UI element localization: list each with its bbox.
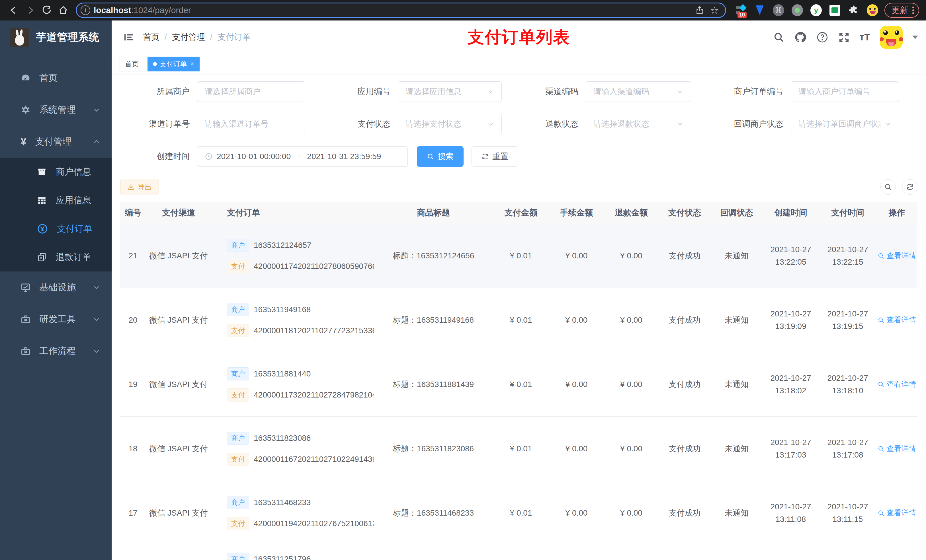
refund-status-filter-select[interactable]: 请选择退款状态 <box>586 114 691 134</box>
back-icon[interactable] <box>7 3 21 17</box>
create-time-range-input[interactable]: 2021-10-01 00:00:00 - 2021-10-31 23:59:5… <box>197 146 408 167</box>
refresh-button[interactable] <box>902 179 917 195</box>
yen-circle-icon <box>37 223 48 234</box>
merchant-tag: 商户 <box>227 239 249 252</box>
toolbox-icon <box>21 314 31 325</box>
merchant-order-filter-label: 商户订单编号 <box>722 86 791 97</box>
table-row[interactable]: 17 微信 JSAPI 支付 商户1635311468233 支付4200001… <box>120 481 917 545</box>
pay-tag: 支付 <box>227 324 249 337</box>
channel-order-filter-input[interactable] <box>197 114 305 134</box>
channel-code-filter-label: 渠道编码 <box>537 86 586 97</box>
sidebar-toggle-icon[interactable] <box>120 32 138 43</box>
share-icon[interactable] <box>694 6 705 15</box>
sidebar-item-merchant-info[interactable]: 商户信息 <box>0 158 112 186</box>
fullscreen-icon[interactable] <box>838 31 850 43</box>
avatar[interactable] <box>880 26 903 49</box>
export-button[interactable]: 导出 <box>120 179 159 195</box>
url-text[interactable]: localhost:1024/pay/order <box>94 5 690 15</box>
forward-icon[interactable] <box>23 3 37 17</box>
table-row[interactable]: 19 微信 JSAPI 支付 商户1635311881440 支付4200001… <box>120 352 917 417</box>
sidebar-item-refund-order[interactable]: 退款订单 <box>0 243 112 272</box>
extension-icon[interactable]: 10 <box>735 5 747 16</box>
breadcrumb: 首页 / 支付管理 / 支付订单 <box>143 32 251 43</box>
view-details-link[interactable]: 查看详情 <box>876 315 917 325</box>
address-bar[interactable]: i localhost:1024/pay/order ☆ <box>76 3 726 18</box>
channel-code-filter-select[interactable]: 请输入渠道编码 <box>586 82 691 102</box>
browser-update-button[interactable]: 更新 <box>884 3 919 18</box>
app-filter-select[interactable]: 请选择应用信息 <box>398 82 502 102</box>
view-details-link[interactable]: 查看详情 <box>876 379 917 389</box>
home-icon[interactable] <box>56 3 70 17</box>
sidebar-item-pay-order[interactable]: 支付订单 <box>0 214 112 243</box>
time-start-value: 2021-10-01 00:00:00 <box>217 152 291 161</box>
sidebar-item-workflow[interactable]: 工作流程 <box>0 335 112 367</box>
chevron-down-icon <box>93 284 100 291</box>
grid-icon <box>37 195 47 205</box>
page-content: 所属商户 应用编号 请选择应用信息 渠道编码 请输入渠道编码 <box>112 74 926 560</box>
merchant-order-filter-input[interactable] <box>791 82 899 102</box>
bookmark-star-icon[interactable]: ☆ <box>709 5 720 16</box>
view-details-link[interactable]: 查看详情 <box>876 251 917 261</box>
breadcrumb-home[interactable]: 首页 <box>143 32 159 43</box>
hide-search-button[interactable] <box>881 179 896 195</box>
merchant-input[interactable] <box>205 87 298 96</box>
chevron-down-icon <box>487 121 494 127</box>
view-details-link[interactable]: 查看详情 <box>876 444 917 454</box>
tab-pay-order[interactable]: 支付订单 × <box>147 57 200 71</box>
sidebar-item-home[interactable]: 首页 <box>0 62 112 94</box>
search-button[interactable]: 搜索 <box>417 146 464 167</box>
sidebar-item-dev-tools[interactable]: 研发工具 <box>0 303 112 335</box>
sidebar-item-infra[interactable]: 基础设施 <box>0 272 112 303</box>
puzzle-extension-icon[interactable] <box>848 5 859 16</box>
sidebar-logo-row[interactable]: 芋道管理系统 <box>0 21 112 54</box>
close-tab-icon[interactable]: × <box>191 60 194 68</box>
search-icon[interactable] <box>773 32 784 43</box>
help-icon[interactable] <box>816 31 828 43</box>
sidebar-item-system[interactable]: 系统管理 <box>0 94 112 126</box>
reload-icon[interactable] <box>40 3 53 17</box>
col-notify: 回调状态 <box>711 207 762 219</box>
recorder-extension-icon[interactable] <box>791 5 803 16</box>
view-details-link[interactable]: 查看详情 <box>876 508 917 518</box>
browser-menu-icon[interactable] <box>912 6 914 14</box>
font-size-icon[interactable]: ᴛT <box>859 32 870 43</box>
col-action: 操作 <box>876 207 917 219</box>
table-row[interactable]: 21 微信 JSAPI 支付 商户1635312124657 支付4200001… <box>120 223 917 288</box>
app-filter-label: 应用编号 <box>350 86 398 97</box>
chevron-down-icon <box>93 315 100 323</box>
active-tab-dot <box>153 62 157 66</box>
command-extension-icon[interactable]: ⌘ <box>773 5 784 16</box>
shop-icon <box>37 167 47 177</box>
avatar-caret-icon[interactable] <box>912 36 918 39</box>
merchant-order-input[interactable] <box>799 87 891 96</box>
col-status: 支付状态 <box>658 207 711 219</box>
merchant-filter-input[interactable] <box>197 82 305 102</box>
breadcrumb-pay[interactable]: 支付管理 <box>172 32 205 43</box>
yen-icon: ¥ <box>21 136 26 148</box>
chat-extension-icon[interactable] <box>829 5 841 16</box>
app-title: 芋道管理系统 <box>36 30 99 44</box>
create-time-filter-label: 创建时间 <box>149 151 197 162</box>
site-info-icon[interactable]: i <box>80 5 90 15</box>
channel-order-input[interactable] <box>205 119 298 128</box>
sidebar-item-pay[interactable]: ¥ 支付管理 <box>0 126 112 158</box>
sketch-extension-icon[interactable] <box>754 5 766 16</box>
table-row[interactable]: 18 微信 JSAPI 支付 商户1635311823086 支付4200001… <box>120 417 917 481</box>
notify-status-filter-select[interactable]: 请选择订单回调商户状态 <box>791 114 899 134</box>
document-copy-icon <box>37 252 47 262</box>
github-icon[interactable] <box>794 31 807 44</box>
col-id: 编号 <box>120 207 146 219</box>
merchant-tag: 商户 <box>227 367 249 380</box>
col-order: 支付订单 <box>211 207 374 219</box>
page-title-annotation: 支付订单列表 <box>468 26 570 48</box>
emoji-extension-icon[interactable] <box>867 5 878 16</box>
pay-status-filter-select[interactable]: 请选择支付状态 <box>398 114 502 134</box>
sidebar-item-app-info[interactable]: 应用信息 <box>0 186 112 214</box>
toolbox-icon <box>21 346 31 356</box>
table-row-partial[interactable]: 商户1635311251796 <box>120 545 917 560</box>
tab-home[interactable]: 首页 <box>120 57 144 71</box>
table-row[interactable]: 20 微信 JSAPI 支付 商户1635311949168 支付4200001… <box>120 288 917 352</box>
channel-order-filter-label: 渠道订单号 <box>149 118 197 130</box>
reset-button[interactable]: 重置 <box>472 146 518 167</box>
y-extension-icon[interactable]: y <box>810 5 822 16</box>
